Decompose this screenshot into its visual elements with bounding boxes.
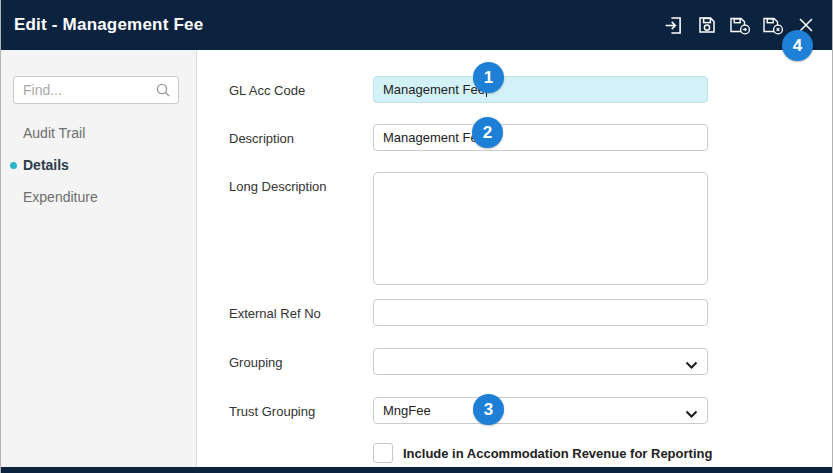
external-ref-no-input[interactable] <box>373 299 708 326</box>
annotation-badge-1: 1 <box>473 62 504 93</box>
sidebar-item-audit-trail[interactable]: Audit Trail <box>1 117 196 149</box>
save-and-close-icon <box>762 15 784 36</box>
save-and-close-button[interactable] <box>762 15 783 36</box>
save-and-exit-icon <box>663 15 684 36</box>
sidebar-item-label: Details <box>23 157 69 173</box>
form-row: Long Description <box>229 172 832 285</box>
field-label: Trust Grouping <box>229 397 373 424</box>
gl-acc-code-input[interactable]: Management Fee <box>373 76 708 103</box>
save-icon <box>697 15 717 35</box>
accommodation-revenue-row: Include in Accommodation Revenue for Rep… <box>373 443 832 463</box>
sidebar-item-label: Audit Trail <box>23 125 85 141</box>
sidebar: Audit Trail Details Expenditure <box>1 50 197 467</box>
dialog-title: Edit - Management Fee <box>14 15 203 35</box>
trust-grouping-value: MngFee <box>383 403 431 418</box>
edit-dialog: Edit - Management Fee <box>0 0 833 473</box>
sidebar-item-expenditure[interactable]: Expenditure <box>1 181 196 213</box>
field-label: External Ref No <box>229 299 373 326</box>
include-accommodation-revenue-checkbox[interactable] <box>373 443 393 463</box>
field-label: Grouping <box>229 348 373 375</box>
description-input[interactable] <box>373 124 708 151</box>
field-label: GL Acc Code <box>229 76 373 103</box>
field-label: Description <box>229 124 373 151</box>
annotation-badge-3: 3 <box>473 394 504 425</box>
titlebar: Edit - Management Fee <box>1 0 832 50</box>
chevron-down-icon <box>685 407 698 422</box>
save-and-exit-button[interactable] <box>663 15 684 36</box>
form-row: External Ref No <box>229 299 832 326</box>
trust-grouping-select[interactable]: MngFee <box>373 397 708 424</box>
sidebar-search <box>13 76 179 104</box>
gl-acc-code-value: Management Fee <box>383 82 485 97</box>
sidebar-nav: Audit Trail Details Expenditure <box>1 117 196 213</box>
grouping-select[interactable] <box>373 348 708 375</box>
form-row: Grouping <box>229 348 832 375</box>
save-and-continue-button[interactable] <box>729 15 750 36</box>
field-label: Long Description <box>229 172 373 285</box>
annotation-badge-4: 4 <box>782 30 813 61</box>
form-row: Trust Grouping MngFee <box>229 397 832 424</box>
sidebar-item-label: Expenditure <box>23 189 98 205</box>
form-row: GL Acc Code Management Fee <box>229 76 832 103</box>
sidebar-item-details[interactable]: Details <box>1 149 196 181</box>
dialog-body: Audit Trail Details Expenditure GL Acc C… <box>1 50 832 467</box>
footer-bar <box>1 467 832 473</box>
long-description-textarea[interactable] <box>373 172 708 285</box>
details-form: GL Acc Code Management Fee Description L… <box>197 50 832 467</box>
save-and-continue-icon <box>729 15 751 36</box>
save-button[interactable] <box>696 15 717 36</box>
form-row: Description <box>229 124 832 151</box>
search-icon <box>155 82 171 102</box>
chevron-down-icon <box>685 358 698 373</box>
checkbox-label: Include in Accommodation Revenue for Rep… <box>403 446 712 461</box>
active-item-dot-icon <box>10 162 17 169</box>
annotation-badge-2: 2 <box>472 117 503 148</box>
